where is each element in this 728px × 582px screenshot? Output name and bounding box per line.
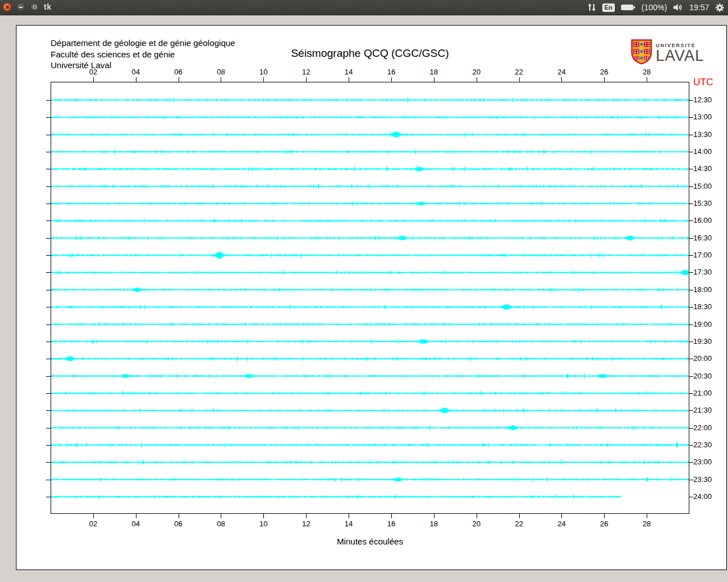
row-tick-left [46,342,51,342]
row-tick-left [46,376,51,377]
laval-shield-icon [631,39,652,66]
x-tick-label-bottom: 14 [340,519,358,528]
x-tick-bottom [93,514,94,518]
row-tick-left [46,117,51,118]
row-tick-right [689,238,693,239]
utc-row-label: 20:30 [693,372,712,380]
row-tick-right [689,393,693,394]
row-tick-right [689,169,693,169]
x-tick-label-top: 02 [84,68,102,76]
row-tick-left [46,480,51,480]
x-tick-label-bottom: 26 [595,519,613,528]
row-tick-left [46,221,51,221]
x-tick-top [263,77,264,82]
logo-laval-text: LAVAL [656,48,704,63]
row-tick-left [46,100,51,101]
row-tick-right [689,272,693,273]
session-gear-icon[interactable] [715,3,725,13]
row-tick-left [46,325,51,325]
row-tick-right [689,203,693,204]
row-tick-left [46,497,51,497]
volume-icon[interactable] [673,3,684,11]
row-tick-right [689,480,693,480]
x-tick-top [179,77,179,82]
row-tick-left [46,238,51,239]
x-tick-label-top: 08 [212,68,230,76]
x-tick-label-bottom: 22 [510,519,528,528]
x-tick-bottom [306,514,307,518]
minimize-icon [19,7,23,8]
x-tick-label-bottom: 04 [127,519,145,528]
x-tick-bottom [647,514,647,518]
row-tick-right [689,221,693,221]
utc-row-label: 23:00 [693,458,712,466]
utc-row-label: 21:00 [693,389,712,397]
x-tick-bottom [136,514,136,518]
x-tick-label-top: 26 [595,68,613,76]
utc-row-label: 22:00 [693,423,712,432]
row-tick-left [46,169,51,169]
row-tick-left [46,152,51,152]
row-tick-right [689,117,693,118]
utc-row-label: 14:30 [693,164,712,173]
x-tick-label-top: 12 [297,68,315,76]
x-tick-bottom [263,514,264,518]
laval-wordmark: UNIVERSITÉ LAVAL [656,43,704,63]
row-tick-right [689,497,693,497]
x-tick-bottom [561,514,562,518]
keyboard-layout-indicator[interactable]: En [602,3,615,12]
row-tick-left [46,290,51,290]
row-tick-right [689,359,693,359]
row-tick-right [689,376,693,377]
x-tick-top [434,77,435,82]
row-tick-right [689,152,693,152]
x-tick-top [349,77,349,82]
utc-row-label: 16:30 [693,234,712,242]
x-tick-label-bottom: 06 [169,519,188,528]
x-tick-top [306,77,307,82]
x-tick-label-top: 20 [468,68,486,76]
clock[interactable]: 19:57 [689,3,709,12]
x-tick-top [604,77,605,82]
utc-row-label: 21:30 [693,406,712,414]
x-tick-top [647,77,647,82]
row-tick-left [46,272,51,273]
window-maximize-button[interactable] [30,3,39,11]
battery-icon[interactable] [621,3,636,11]
row-tick-left [46,410,51,411]
x-tick-label-bottom: 16 [382,519,400,528]
window-title: tk [44,2,51,11]
window-close-button[interactable] [3,3,11,11]
utc-row-label: 13:00 [693,113,712,121]
x-tick-label-top: 10 [254,68,272,76]
row-tick-right [689,325,693,325]
utc-row-label: 17:00 [693,251,712,259]
utc-row-label: 15:30 [693,199,712,207]
row-tick-right [689,445,693,446]
row-tick-right [689,100,693,101]
window-minimize-button[interactable] [16,3,25,11]
row-tick-right [689,290,693,290]
row-tick-left [46,135,51,135]
desktop-top-panel: tk En (100%) 19:57 [0,0,728,15]
universite-laval-logo: UNIVERSITÉ LAVAL [631,39,704,66]
x-tick-bottom [604,514,605,518]
utc-row-label: 18:00 [693,285,712,294]
utc-row-label: 17:30 [693,268,712,276]
row-tick-left [46,428,51,429]
utc-row-label: 24:00 [693,492,712,501]
utc-row-label: 12:30 [693,95,712,104]
battery-percentage[interactable]: (100%) [642,3,667,12]
utc-row-label: 22:30 [693,440,712,449]
utc-axis-title: UTC [693,77,713,88]
utc-row-label: 19:00 [693,320,712,329]
x-tick-label-bottom: 28 [638,519,656,528]
row-tick-left [46,255,51,256]
utc-row-label: 20:00 [693,354,712,363]
x-tick-label-top: 24 [552,68,570,76]
row-tick-right [689,135,693,135]
utc-row-label: 19:30 [693,337,712,346]
x-tick-top [93,77,94,82]
network-sync-arrows-icon[interactable] [587,3,597,12]
row-tick-left [46,307,51,307]
